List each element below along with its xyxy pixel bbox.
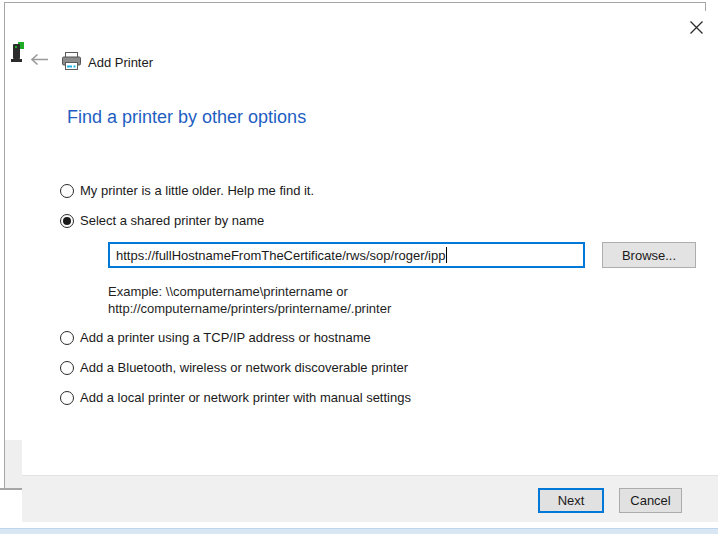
background-window-fragment [5,440,22,488]
device-status-icon [10,42,25,69]
page-title: Add Printer [88,55,153,70]
desktop-edge-strip [0,528,718,534]
cancel-button[interactable]: Cancel [619,488,682,513]
radio-option-older-printer[interactable]: My printer is a little older. Help me fi… [60,183,314,198]
radio-label: Add a Bluetooth, wireless or network dis… [80,360,408,375]
close-button[interactable] [685,18,707,40]
radio-option-bluetooth-wireless[interactable]: Add a Bluetooth, wireless or network dis… [60,360,408,375]
next-button[interactable]: Next [538,488,604,513]
page-heading: Find a printer by other options [67,107,306,128]
window-border-top [4,2,706,3]
radio-icon[interactable] [60,391,74,405]
example-line-1: Example: \\computername\printername or [108,283,391,300]
radio-label: Select a shared printer by name [80,213,264,228]
example-hint: Example: \\computername\printername or h… [108,283,391,317]
back-arrow-icon [30,53,49,69]
radio-option-local-manual[interactable]: Add a local printer or network printer w… [60,390,411,405]
window-border-bottom [0,488,23,490]
footer-bar: Next Cancel [22,475,718,522]
text-caret [446,247,447,263]
close-icon [689,20,704,38]
browse-button[interactable]: Browse... [602,242,696,268]
radio-label: Add a printer using a TCP/IP address or … [80,330,371,345]
radio-label: Add a local printer or network printer w… [80,390,411,405]
radio-option-shared-printer[interactable]: Select a shared printer by name [60,213,264,228]
shared-printer-name-input[interactable]: https://fullHostnameFromTheCertificate/r… [108,242,585,268]
window-border-right [705,2,706,11]
shared-printer-name-value: https://fullHostnameFromTheCertificate/r… [116,248,445,263]
radio-label: My printer is a little older. Help me fi… [80,183,314,198]
radio-option-tcpip[interactable]: Add a printer using a TCP/IP address or … [60,330,371,345]
radio-icon[interactable] [60,214,74,228]
example-line-2: http://computername/printers/printername… [108,300,391,317]
window-border-left [4,2,5,490]
radio-icon[interactable] [60,331,74,345]
radio-icon[interactable] [60,184,74,198]
radio-icon[interactable] [60,361,74,375]
printer-icon [61,51,82,76]
back-button[interactable] [28,53,50,69]
